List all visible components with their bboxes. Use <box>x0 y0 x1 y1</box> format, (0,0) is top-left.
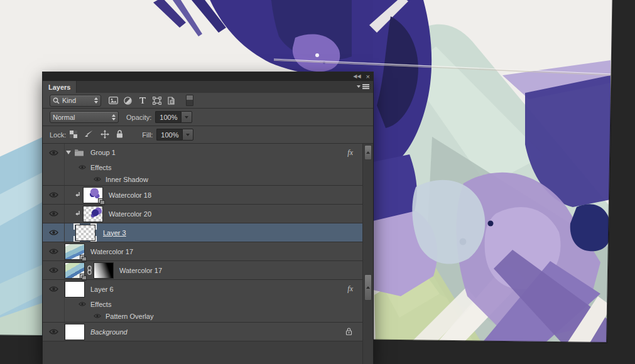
layer-row-layer-6[interactable]: Layer 6fx <box>43 279 363 298</box>
filter-type-buttons <box>107 95 178 106</box>
visibility-eye-icon[interactable] <box>49 267 58 274</box>
layer-name[interactable]: Layer 3 <box>103 229 126 237</box>
layer-row-content: Layer 6fx <box>65 280 363 298</box>
opacity-value[interactable]: 100% <box>155 111 181 123</box>
fill-value[interactable]: 100% <box>156 129 182 141</box>
kind-spinner-icon <box>94 97 98 104</box>
layer-row-effects[interactable]: Effects <box>43 298 363 310</box>
layer-row-effects[interactable]: Effects <box>43 161 363 173</box>
eye-column-cell[interactable] <box>43 280 65 298</box>
group-expand-triangle-icon[interactable] <box>66 151 71 154</box>
close-panel-icon[interactable]: × <box>366 73 370 80</box>
effect-label: Effects <box>90 164 111 171</box>
filter-kind-value: Kind <box>62 97 76 104</box>
fill-dropdown-icon[interactable] <box>182 129 193 141</box>
lock-paint-icon[interactable] <box>84 130 94 139</box>
eye-column-cell[interactable] <box>43 161 65 173</box>
visibility-eye-icon[interactable] <box>49 328 58 335</box>
layer-row-background[interactable]: Background <box>43 322 363 341</box>
eye-column-cell[interactable] <box>43 173 65 185</box>
layer-row-content: Watercolor 18 <box>65 186 363 204</box>
eye-column-cell[interactable] <box>43 261 65 279</box>
layer-row-layer-3[interactable]: Layer 3 <box>43 223 363 242</box>
eye-column-cell[interactable] <box>43 298 65 310</box>
scrollbar-thumb[interactable] <box>364 274 372 301</box>
collapse-panel-icon[interactable]: ◀◀ <box>353 73 361 80</box>
layer-name[interactable]: Watercolor 18 <box>109 191 151 199</box>
blend-mode-dropdown[interactable]: Normal <box>50 111 119 123</box>
layer-name[interactable]: Watercolor 17 <box>119 267 162 274</box>
layer-row-inner-shadow-effect[interactable]: Inner Shadow <box>43 173 363 185</box>
layer-locked-badge <box>345 327 352 336</box>
type-layer-filter-icon[interactable] <box>136 95 149 106</box>
effect-visibility-cell[interactable] <box>79 301 86 307</box>
layer-thumbnail[interactable] <box>76 225 95 240</box>
fx-badge[interactable]: fx <box>347 284 353 294</box>
lock-transparency-icon[interactable] <box>70 131 77 139</box>
visibility-eye-icon[interactable] <box>49 229 58 236</box>
layer-list-empty-area[interactable] <box>43 341 363 364</box>
visibility-eye-icon[interactable] <box>49 149 58 156</box>
eye-column-cell[interactable] <box>43 323 65 341</box>
lock-all-icon[interactable] <box>116 130 123 139</box>
layer-row-watercolor-17[interactable]: Watercolor 17 <box>43 242 363 260</box>
filtering-toggle[interactable] <box>186 95 193 106</box>
layer-row-pattern-overlay-effect[interactable]: Pattern Overlay <box>43 310 363 322</box>
menu-triangle-icon <box>357 85 361 88</box>
eye-column-cell[interactable] <box>43 223 65 242</box>
layer-name[interactable]: Layer 6 <box>90 286 114 293</box>
visibility-eye-icon[interactable] <box>94 313 101 319</box>
blend-mode-value: Normal <box>53 114 75 121</box>
eye-column-cell[interactable] <box>43 310 65 322</box>
layer-name[interactable]: Watercolor 17 <box>90 248 133 255</box>
eye-column-cell[interactable] <box>43 144 65 161</box>
smart-object-filter-icon[interactable] <box>165 95 178 106</box>
layer-mask-thumbnail[interactable] <box>94 263 113 278</box>
layer-thumbnail[interactable] <box>65 324 84 340</box>
effect-visibility-cell[interactable] <box>94 176 101 182</box>
visibility-eye-icon[interactable] <box>49 210 58 217</box>
panel-menu-icon[interactable] <box>357 84 369 89</box>
clip-arrow-cell <box>75 191 81 199</box>
clipping-mask-arrow-icon <box>75 191 81 198</box>
blend-bar: Normal Opacity: 100% <box>43 109 373 126</box>
layer-row-watercolor-20[interactable]: Watercolor 20 <box>43 204 363 223</box>
layer-row-group-1[interactable]: Group 1fx <box>43 144 363 161</box>
visibility-eye-icon[interactable] <box>79 301 86 307</box>
fx-badge[interactable]: fx <box>347 148 353 158</box>
effect-label: Pattern Overlay <box>106 313 153 320</box>
shape-layer-filter-icon[interactable] <box>150 95 163 106</box>
layer-name[interactable]: Watercolor 20 <box>109 210 151 218</box>
layer-row-content: Effects <box>65 298 363 310</box>
layer-thumbnail[interactable] <box>65 263 84 278</box>
layer-row-content: Effects <box>65 161 363 173</box>
layer-row-watercolor-18[interactable]: Watercolor 18 <box>43 185 363 204</box>
effect-visibility-cell[interactable] <box>79 164 86 170</box>
eye-column-cell[interactable] <box>43 186 65 204</box>
layer-thumbnail[interactable] <box>84 206 102 222</box>
visibility-eye-icon[interactable] <box>49 191 58 198</box>
layer-list-scrollbar[interactable] <box>362 144 373 364</box>
visibility-eye-icon[interactable] <box>49 248 58 255</box>
effect-visibility-cell[interactable] <box>94 313 101 319</box>
visibility-eye-icon[interactable] <box>79 164 86 170</box>
opacity-dropdown-icon[interactable] <box>181 111 192 123</box>
adjustment-layer-filter-icon[interactable] <box>121 95 134 106</box>
visibility-eye-icon[interactable] <box>49 286 58 292</box>
filter-kind-dropdown[interactable]: Kind <box>50 95 101 107</box>
layer-thumbnail[interactable] <box>65 244 84 259</box>
panel-titlebar[interactable]: ◀◀ × <box>43 72 373 81</box>
visibility-eye-icon[interactable] <box>94 176 101 182</box>
tab-layers[interactable]: Layers <box>43 81 77 93</box>
layer-thumbnail[interactable] <box>84 188 102 203</box>
scrollbar-thumb-top[interactable] <box>364 145 372 160</box>
eye-column-cell[interactable] <box>43 205 65 223</box>
layer-name[interactable]: Background <box>90 328 128 336</box>
layer-locked-icon <box>345 327 352 335</box>
eye-column-cell[interactable] <box>43 242 65 260</box>
layer-row-watercolor-17[interactable]: Watercolor 17 <box>43 260 363 279</box>
pixel-layer-filter-icon[interactable] <box>107 95 120 106</box>
mask-link-icon[interactable] <box>87 265 92 275</box>
layer-thumbnail[interactable] <box>65 282 84 297</box>
lock-position-icon[interactable] <box>100 130 109 140</box>
